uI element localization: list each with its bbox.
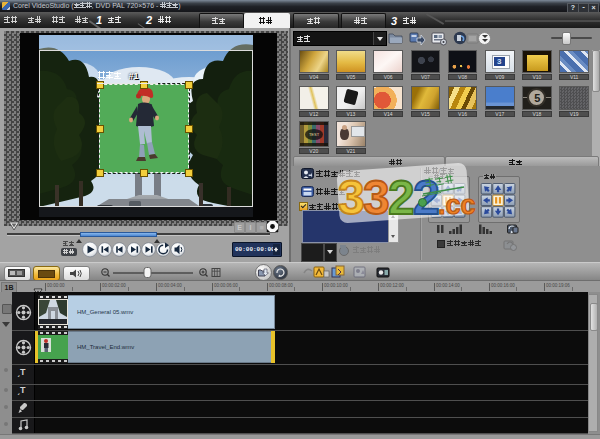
- svg-text:3: 3: [338, 171, 365, 223]
- svg-text:2: 2: [388, 171, 415, 223]
- svg-text:3: 3: [363, 171, 390, 223]
